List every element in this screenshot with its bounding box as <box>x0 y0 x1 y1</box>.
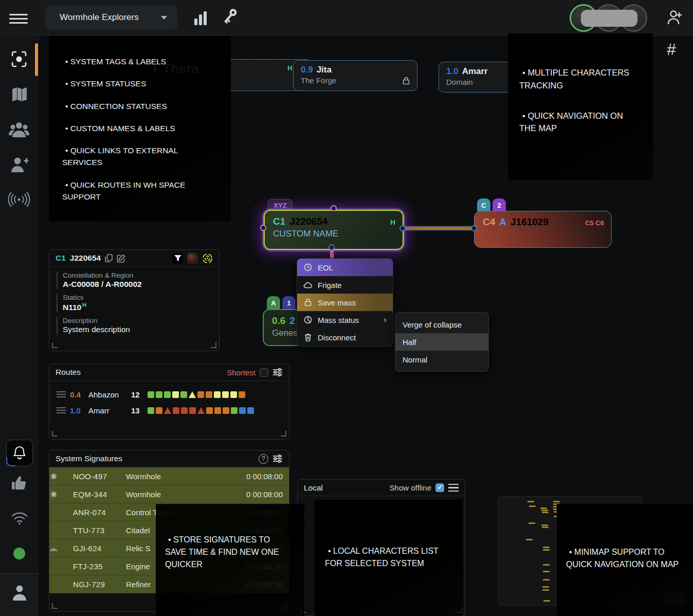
route-step-square <box>223 407 229 414</box>
key-icon[interactable] <box>220 6 240 27</box>
app-menu-dropdown[interactable]: Wormhole Explorers <box>45 5 177 30</box>
submenu-item-normal[interactable]: Normal <box>395 351 488 368</box>
chevron-right-icon: › <box>384 315 387 325</box>
connection-c1-c4[interactable] <box>404 227 474 230</box>
show-offline-checkbox[interactable] <box>435 483 444 492</box>
menu-item-frigate[interactable]: Frigate <box>297 276 393 294</box>
menu-item-label: Frigate <box>318 281 342 289</box>
menu-item-eol[interactable]: EOL <box>297 259 393 276</box>
status-dot[interactable] <box>13 548 25 559</box>
badge: 2 <box>493 198 506 212</box>
submenu-item-verge[interactable]: Verge of collapse <box>395 316 488 333</box>
connector-dot[interactable] <box>329 244 335 250</box>
target-icon[interactable] <box>202 253 213 264</box>
signature-id: NOO-497 <box>73 472 118 481</box>
drag-handle-icon[interactable] <box>57 406 66 415</box>
thumbs-up-icon[interactable] <box>10 475 28 492</box>
callout-item: CONNECTION STATUSES <box>62 100 217 112</box>
menu-item-mass-status[interactable]: Mass status › <box>297 311 393 329</box>
hash-icon[interactable]: # <box>667 40 676 59</box>
system-node-j161029[interactable]: C4 A J161029 C5 C6 <box>474 211 612 248</box>
route-destination: Ahbazon <box>88 390 127 399</box>
bell-icon[interactable] <box>6 440 33 466</box>
callout-item: MULTIPLE CHARACTERS TRACKING <box>519 66 641 92</box>
route-step-square <box>148 391 154 398</box>
route-step-square <box>239 407 246 414</box>
minimap-system-dash <box>528 522 535 524</box>
wh-class: C1 <box>273 216 285 227</box>
signature-id: EQM-344 <box>73 490 118 499</box>
menu-item-label: Mass status <box>318 316 359 324</box>
route-step-square <box>214 407 221 414</box>
system-name: Amarr <box>462 66 488 77</box>
region-name: The Forge <box>301 76 336 85</box>
wh-class: C1 <box>56 253 66 263</box>
security-status: 0.6 <box>272 315 285 327</box>
copy-icon[interactable] <box>105 254 113 263</box>
planet-thumbnail[interactable] <box>187 253 198 264</box>
tracking-callout: MULTIPLE CHARACTERS TRACKING QUICK NAVIG… <box>508 33 653 180</box>
minimap-system-dash <box>540 508 547 509</box>
route-row[interactable]: 0.4 Ahbazon 12 <box>49 386 289 402</box>
menu-icon[interactable] <box>9 11 28 25</box>
system-node-jita[interactable]: 0.9Jita The Forge <box>293 60 417 91</box>
route-step-square <box>247 407 254 414</box>
map-icon[interactable] <box>11 86 28 103</box>
info-section: Description System description <box>57 317 219 334</box>
redaction-overlay <box>581 10 637 27</box>
person-add-icon[interactable] <box>10 156 28 174</box>
edit-icon[interactable] <box>117 254 125 263</box>
minimap-system-dash <box>553 501 560 502</box>
routes-panel: Routes Shortest 0.4 Ahbazon 12 1.0 Amarr <box>49 364 289 440</box>
menu-item-label: EOL <box>318 263 333 272</box>
route-step-square <box>173 407 179 414</box>
signature-group: Wormhole <box>118 490 246 499</box>
settings-sliders-icon[interactable] <box>272 454 283 463</box>
connector-dot[interactable] <box>331 205 337 211</box>
info-value: A-C00008 / A-R00002 <box>63 280 219 289</box>
minimap-system-dash <box>543 571 550 572</box>
help-icon[interactable]: ? <box>259 454 268 464</box>
bar-chart-icon[interactable] <box>193 8 208 27</box>
callout-item: QUICK ROUTES IN WH SPACE SUPPORT <box>62 179 217 203</box>
connector-dot[interactable] <box>260 225 266 231</box>
submenu-item-half[interactable]: Half <box>395 333 488 351</box>
route-row[interactable]: 1.0 Amarr 13 <box>49 402 289 418</box>
drag-handle-icon[interactable] <box>57 390 66 399</box>
signature-row[interactable]: NOO-497Wormhole0 00:08:00 <box>49 467 289 485</box>
minimap-system-dash <box>543 579 550 581</box>
wifi-icon[interactable] <box>11 512 28 525</box>
signature-id: TTU-773 <box>73 526 118 535</box>
menu-item-disconnect[interactable]: Disconnect <box>297 329 393 346</box>
route-step-square <box>197 391 204 398</box>
shortest-checkbox[interactable] <box>260 368 268 377</box>
statics-tag: H <box>391 219 395 226</box>
minimap-system-dash <box>543 549 550 551</box>
features-callout: SYSTEM TAGS & LABELS SYSTEM STATUSES CON… <box>49 36 231 221</box>
route-step-square <box>172 391 179 398</box>
info-value: System description <box>63 325 219 334</box>
statics-value: N110 <box>63 303 81 312</box>
info-label: Description <box>63 317 219 324</box>
callout-item: QUICK NAVIGATION ON THE MAP <box>519 110 641 135</box>
settings-sliders-icon[interactable] <box>272 368 283 377</box>
focus-icon[interactable] <box>10 49 28 69</box>
connector-dot[interactable] <box>399 225 406 231</box>
info-section: Statics N110H <box>57 294 219 312</box>
mass-status-submenu: Verge of collapse Half Normal <box>395 312 489 372</box>
signature-row[interactable]: EQM-344Wormhole0 00:08:00 <box>49 485 289 503</box>
route-path-shapes <box>148 407 254 414</box>
person-add-icon[interactable] <box>667 9 682 26</box>
menu-item-save-mass[interactable]: Save mass <box>297 294 393 311</box>
route-step-square <box>230 391 237 398</box>
route-step-square <box>156 407 162 414</box>
system-node-j220654[interactable]: C1 J220654 H CUSTOM NAME <box>264 210 404 250</box>
signature-group: Wormhole <box>118 472 246 481</box>
connector-dot[interactable] <box>471 225 477 231</box>
broadcast-icon[interactable] <box>8 192 30 207</box>
people-icon[interactable] <box>8 121 30 139</box>
filter-icon[interactable] <box>172 253 183 264</box>
panel-menu-icon[interactable] <box>448 482 459 494</box>
route-step-triangle <box>164 407 171 414</box>
profile-icon[interactable] <box>11 584 28 602</box>
